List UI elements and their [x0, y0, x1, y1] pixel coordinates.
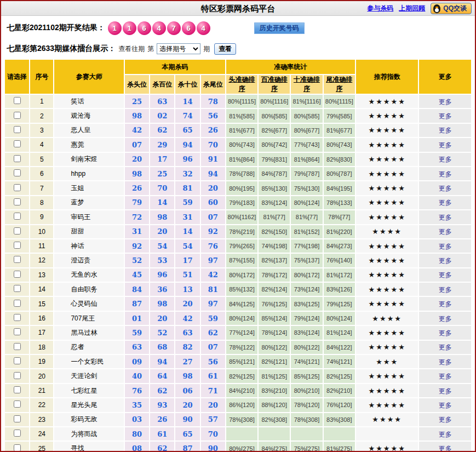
- table-row: 11 神话 92 54 54 76 79%[265] 74%[198] 77%[…: [5, 239, 471, 253]
- qq-chat-button[interactable]: QQ交谈: [431, 3, 472, 14]
- row-checkbox[interactable]: [14, 300, 21, 307]
- kill-tail-value: 70: [201, 427, 225, 440]
- row-checkbox[interactable]: [14, 444, 21, 451]
- row-checkbox[interactable]: [14, 400, 21, 408]
- rating-stars: ★★★★★: [356, 138, 418, 151]
- acc-ten-value: 75%[137]: [291, 254, 322, 267]
- more-link[interactable]: 更多: [439, 228, 452, 236]
- lottery-ball: 4: [152, 21, 166, 35]
- row-checkbox[interactable]: [14, 198, 21, 205]
- kill-hundred-value: 93: [150, 398, 174, 411]
- more-link[interactable]: 更多: [439, 315, 452, 323]
- acc-hundred-value: 81%[125]: [259, 369, 290, 382]
- kill-head-value: 80: [125, 427, 149, 440]
- draw-result-row: 七星彩2021102期开奖结果： 1 1 6 4 7 6 4 历史开奖号码: [7, 20, 475, 36]
- more-link[interactable]: 更多: [439, 257, 452, 265]
- acc-head-value: 84%[210]: [226, 384, 257, 397]
- row-checkbox[interactable]: [14, 155, 21, 162]
- sort-acc-ten-link[interactable]: 十准确排序: [294, 76, 320, 93]
- previous-issue-link[interactable]: 上期回顾: [399, 4, 425, 13]
- more-link[interactable]: 更多: [439, 243, 452, 250]
- master-name: 彩码无敌: [54, 413, 124, 426]
- more-link[interactable]: 更多: [439, 112, 452, 120]
- rating-stars: ★★★★★: [356, 297, 418, 310]
- select-cell: [5, 369, 29, 382]
- row-checkbox[interactable]: [14, 285, 21, 292]
- more-link[interactable]: 更多: [439, 445, 452, 452]
- row-checkbox[interactable]: [14, 112, 21, 119]
- more-link[interactable]: 更多: [439, 199, 452, 207]
- kill-tail-value: 76: [201, 239, 225, 253]
- kill-ten-value: 14: [175, 225, 199, 238]
- master-name: 七彩红星: [54, 384, 124, 397]
- acc-ten-value: 80%[172]: [291, 268, 322, 282]
- row-checkbox[interactable]: [14, 227, 21, 234]
- row-checkbox[interactable]: [14, 213, 21, 220]
- select-cell: [5, 153, 29, 166]
- kill-head-value: 26: [125, 181, 149, 194]
- more-link[interactable]: 更多: [439, 416, 452, 424]
- more-link[interactable]: 更多: [439, 402, 452, 409]
- history-numbers-button[interactable]: 历史开奖号码: [254, 22, 305, 34]
- more-link[interactable]: 更多: [439, 156, 452, 163]
- more-link[interactable]: 更多: [439, 329, 452, 337]
- kill-hundred-value: 53: [150, 254, 174, 267]
- issue-select[interactable]: 选择期号: [157, 43, 200, 54]
- kill-ten-value: 31: [175, 210, 199, 224]
- row-index: 4: [30, 138, 53, 151]
- row-checkbox[interactable]: [14, 184, 21, 191]
- kill-hundred-value: 61: [150, 427, 174, 440]
- select-cell: [5, 196, 29, 209]
- more-link[interactable]: 更多: [439, 431, 452, 438]
- select-cell: [5, 109, 29, 122]
- row-checkbox[interactable]: [14, 415, 21, 422]
- more-link[interactable]: 更多: [439, 141, 452, 149]
- row-checkbox[interactable]: [14, 328, 21, 335]
- row-checkbox[interactable]: [14, 169, 21, 176]
- row-checkbox[interactable]: [14, 126, 21, 133]
- lottery-ball: 7: [167, 21, 181, 35]
- more-link[interactable]: 更多: [439, 358, 452, 366]
- more-link[interactable]: 更多: [439, 98, 452, 106]
- select-cell: [5, 283, 29, 296]
- row-checkbox[interactable]: [14, 357, 21, 364]
- more-link[interactable]: 更多: [439, 286, 452, 294]
- sort-acc-head-link[interactable]: 头准确排序: [228, 76, 255, 93]
- row-checkbox[interactable]: [14, 271, 21, 278]
- rating-stars: ★★★★★: [356, 124, 418, 137]
- row-checkbox[interactable]: [14, 372, 21, 379]
- table-row: 18 忍者 63 68 82 07 78%[122] 80%[122] 80%[…: [5, 341, 471, 354]
- acc-head-value: 79%[265]: [226, 239, 257, 253]
- join-kill-code-link[interactable]: 参与杀码: [367, 4, 393, 13]
- row-checkbox[interactable]: [14, 242, 21, 249]
- more-link[interactable]: 更多: [439, 300, 452, 308]
- kill-hundred-value: 20: [150, 225, 174, 238]
- media-show-row: 七星彩第2633期媒体擂台展示： 查看往期 第 选择期号 期 查看: [7, 42, 475, 55]
- sort-acc-hundred-link[interactable]: 百准确排序: [261, 76, 288, 93]
- row-checkbox[interactable]: [14, 97, 21, 104]
- row-checkbox[interactable]: [14, 140, 21, 147]
- row-checkbox[interactable]: [14, 386, 21, 393]
- more-link[interactable]: 更多: [439, 127, 452, 134]
- acc-tail-value: [324, 427, 355, 440]
- more-link[interactable]: 更多: [439, 214, 452, 221]
- kill-head-value: 40: [125, 369, 149, 382]
- more-link[interactable]: 更多: [439, 170, 452, 178]
- table-row: 23 彩码无敌 03 26 90 57 78%[308] 82%[308] 78…: [5, 413, 471, 426]
- more-link[interactable]: 更多: [439, 271, 452, 279]
- row-checkbox[interactable]: [14, 430, 21, 437]
- more-link[interactable]: 更多: [439, 344, 452, 351]
- more-link[interactable]: 更多: [439, 387, 452, 395]
- row-checkbox[interactable]: [14, 343, 21, 350]
- sort-acc-tail-link[interactable]: 尾准确排序: [326, 76, 352, 93]
- acc-tail-value: 82%[830]: [324, 153, 355, 166]
- row-checkbox[interactable]: [14, 256, 21, 263]
- qq-penguin-icon: [433, 4, 440, 13]
- row-checkbox[interactable]: [14, 314, 21, 321]
- more-link[interactable]: 更多: [439, 185, 452, 192]
- more-link[interactable]: 更多: [439, 373, 452, 380]
- master-name: hhpp: [54, 167, 124, 180]
- view-button[interactable]: 查看: [214, 43, 236, 55]
- acc-head-value: 78%[219]: [226, 225, 257, 238]
- kill-hundred-value: 63: [150, 95, 174, 108]
